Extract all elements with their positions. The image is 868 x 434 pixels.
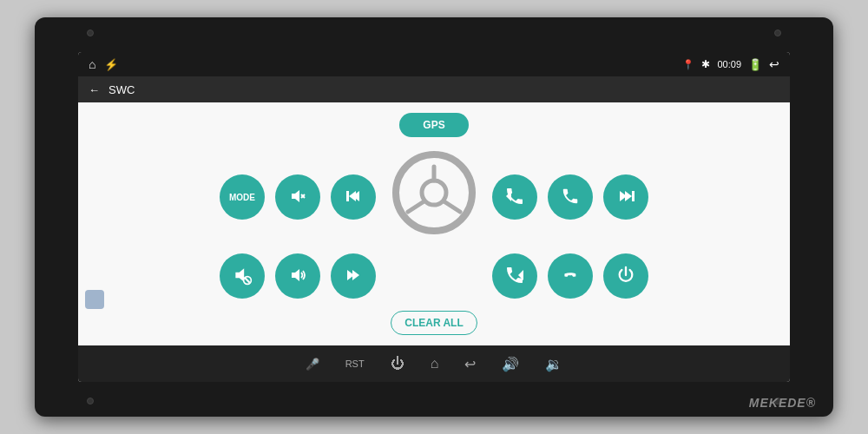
brand-label: MEKEDE® [749, 396, 816, 410]
back-icon[interactable]: ↩ [769, 57, 779, 71]
vol-down-button[interactable] [275, 174, 320, 220]
vol-mute-icon [232, 265, 253, 287]
hw-home-button[interactable]: ⌂ [431, 356, 439, 372]
status-right: 📍 ✱ 00:09 🔋 ↩ [682, 57, 779, 71]
clear-all-button[interactable]: CLEAR ALL [391, 311, 477, 335]
battery-icon: 🔋 [748, 58, 762, 71]
svg-marker-13 [625, 191, 632, 201]
vol-mute-button[interactable] [220, 253, 265, 299]
power-button[interactable] [603, 253, 648, 299]
svg-rect-5 [346, 191, 349, 201]
call-prev-icon [504, 186, 525, 208]
device-body: ⌂ ⚡ 📍 ✱ 00:09 🔋 ↩ ← SWC GPS [35, 17, 833, 417]
call-end-icon [561, 266, 580, 286]
hardware-buttons-bar: 🎤 RST ⏻ ⌂ ↩ 🔊 🔉 [78, 345, 790, 382]
main-content: GPS MODE [78, 102, 790, 345]
screw-tl [87, 30, 94, 36]
page-title: SWC [108, 83, 135, 96]
skip-forward-icon [616, 187, 635, 207]
status-left: ⌂ ⚡ [89, 57, 118, 71]
call-end-button[interactable] [548, 253, 593, 299]
call-skip-button[interactable] [492, 253, 537, 299]
mode-label: MODE [229, 193, 255, 202]
button-row-2 [220, 253, 648, 299]
home-icon: ⌂ [89, 57, 95, 71]
prev-track-button[interactable] [331, 174, 376, 220]
call-prev-button[interactable] [492, 174, 537, 220]
screen: ⌂ ⚡ 📍 ✱ 00:09 🔋 ↩ ← SWC GPS [78, 52, 790, 382]
button-row-1: MODE [220, 149, 648, 245]
vol-down-icon [288, 187, 307, 207]
next-track-button[interactable] [331, 253, 376, 299]
status-bar: ⌂ ⚡ 📍 ✱ 00:09 🔋 ↩ [78, 52, 790, 76]
button-grid: GPS MODE [87, 113, 781, 335]
usb-icon: ⚡ [104, 58, 118, 71]
svg-marker-18 [292, 269, 299, 281]
svg-rect-14 [632, 191, 635, 201]
call-accept-icon [561, 187, 580, 207]
hw-back-button[interactable]: ↩ [464, 356, 476, 372]
svg-marker-0 [292, 190, 299, 202]
screw-tr [774, 30, 781, 36]
hw-mic-button[interactable]: 🎤 [306, 358, 319, 371]
small-blue-square [85, 290, 104, 309]
mode-button[interactable]: MODE [220, 174, 265, 220]
vol-up-icon [288, 266, 307, 286]
svg-marker-20 [352, 270, 359, 280]
svg-point-7 [422, 181, 446, 205]
power-icon [616, 266, 635, 286]
screw-bl [87, 398, 94, 404]
hw-vol-up-button[interactable]: 🔊 [502, 356, 519, 372]
nav-bar: ← SWC [78, 76, 790, 102]
hw-vol-down-button[interactable]: 🔉 [545, 356, 562, 372]
svg-line-9 [408, 202, 423, 212]
hw-power-button[interactable]: ⏻ [391, 356, 404, 372]
vol-up-button[interactable] [275, 253, 320, 299]
svg-marker-15 [235, 268, 244, 281]
hw-rst-button[interactable]: RST [345, 358, 365, 369]
svg-line-10 [445, 202, 460, 212]
steering-wheel [386, 149, 482, 245]
back-button[interactable]: ← [89, 83, 100, 96]
location-icon: 📍 [682, 59, 694, 70]
bluetooth-icon: ✱ [701, 58, 710, 70]
skip-forward-button[interactable] [603, 174, 648, 220]
call-accept-button[interactable] [548, 174, 593, 220]
gps-button[interactable]: GPS [399, 113, 469, 137]
next-track-icon [344, 266, 363, 286]
prev-track-icon [344, 187, 363, 207]
call-skip-icon [504, 265, 525, 287]
time-display: 00:09 [717, 59, 741, 69]
